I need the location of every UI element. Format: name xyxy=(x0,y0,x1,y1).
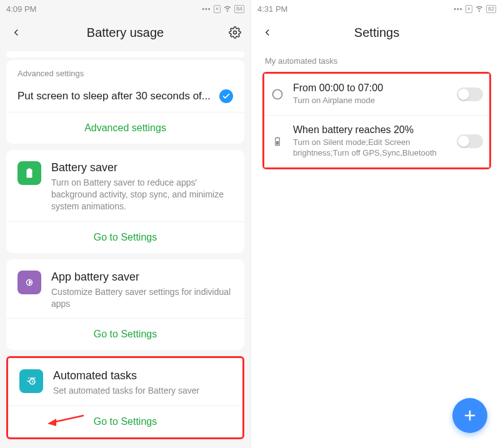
automated-tasks-desc: Set automated tasks for Battery saver xyxy=(53,385,231,397)
advanced-settings-card: Advanced settings Put screen to sleep af… xyxy=(6,60,244,144)
app-battery-saver-link-row: Go to Settings xyxy=(6,318,244,350)
automated-tasks-list: From 00:00 to 07:00 Turn on Airplane mod… xyxy=(262,72,491,169)
advanced-settings-link[interactable]: Advanced settings xyxy=(84,122,166,133)
wifi-icon xyxy=(475,4,484,14)
battery-saver-card: Battery saver Turn on Battery saver to r… xyxy=(6,150,244,253)
battery-indicator: 82 xyxy=(486,5,496,13)
task-toggle[interactable] xyxy=(457,87,483,101)
svg-marker-9 xyxy=(47,419,56,426)
page-title: Settings xyxy=(354,26,399,40)
checkmark-icon xyxy=(219,89,233,103)
task-title: From 00:00 to 07:00 xyxy=(293,82,451,94)
automated-tasks-title: Automated tasks xyxy=(53,369,231,382)
task-row-battery[interactable]: When battery reaches 20% Turn on Silent … xyxy=(264,115,489,167)
sleep-screen-row[interactable]: Put screen to sleep after 30 seconds of.… xyxy=(6,83,244,112)
automated-tasks-icon xyxy=(19,369,43,393)
status-icons: ••• × 82 xyxy=(454,4,496,14)
moon-icon xyxy=(271,87,284,101)
task-desc: Turn on Airplane mode xyxy=(293,95,451,106)
battery-icon xyxy=(271,134,284,148)
sim-icon: × xyxy=(214,5,221,13)
app-battery-saver-desc: Customize Battery saver settings for ind… xyxy=(51,286,233,310)
card-sliver xyxy=(6,51,244,57)
task-title: When battery reaches 20% xyxy=(293,124,451,136)
app-battery-saver-link[interactable]: Go to Settings xyxy=(94,329,157,339)
battery-saver-body: Battery saver Turn on Battery saver to r… xyxy=(6,150,244,221)
task-desc: Turn on Silent mode;Edit Screen brightne… xyxy=(293,137,451,159)
app-battery-saver-body: App battery saver Customize Battery save… xyxy=(6,259,244,319)
status-icons: ••• × 84 xyxy=(202,4,244,14)
task-row-time[interactable]: From 00:00 to 07:00 Turn on Airplane mod… xyxy=(264,74,489,115)
settings-gear-button[interactable] xyxy=(228,26,242,39)
svg-rect-13 xyxy=(276,141,279,144)
navbar-left: Battery usage xyxy=(0,17,251,47)
automated-tasks-link[interactable]: Go to Settings xyxy=(94,416,157,427)
phone-battery-usage: 4:09 PM ••• × 84 Battery usage Advanced … xyxy=(0,0,251,448)
navbar-right: Settings xyxy=(251,17,502,47)
phone-settings: 4:31 PM ••• × 82 Settings My automated t… xyxy=(251,0,502,448)
battery-saver-icon xyxy=(17,161,41,185)
automated-tasks-body: Automated tasks Set automated tasks for … xyxy=(8,358,242,406)
svg-point-10 xyxy=(273,89,282,99)
advanced-settings-header: Advanced settings xyxy=(6,60,244,83)
arrow-annotation-icon xyxy=(47,413,85,431)
svg-line-7 xyxy=(32,382,34,382)
status-bar-right: 4:31 PM ••• × 82 xyxy=(251,0,502,17)
svg-line-8 xyxy=(52,416,84,422)
sleep-screen-label: Put screen to sleep after 30 seconds of.… xyxy=(17,90,214,102)
automated-tasks-link-row: Go to Settings xyxy=(8,406,242,437)
wifi-icon xyxy=(223,4,232,14)
status-time: 4:09 PM xyxy=(6,4,36,14)
battery-saver-link[interactable]: Go to Settings xyxy=(94,232,157,242)
svg-point-0 xyxy=(234,31,237,34)
page-title: Battery usage xyxy=(87,26,164,40)
svg-rect-12 xyxy=(277,137,279,137)
back-button[interactable] xyxy=(9,25,24,40)
battery-indicator: 84 xyxy=(234,5,244,13)
status-time: 4:31 PM xyxy=(257,4,287,14)
automated-tasks-card: Automated tasks Set automated tasks for … xyxy=(6,356,244,439)
add-task-fab[interactable] xyxy=(452,398,487,433)
task-toggle[interactable] xyxy=(457,134,483,148)
status-bar-left: 4:09 PM ••• × 84 xyxy=(0,0,251,17)
app-battery-saver-title: App battery saver xyxy=(51,271,233,284)
app-battery-saver-card: App battery saver Customize Battery save… xyxy=(6,259,244,351)
sim-icon: × xyxy=(466,5,472,13)
app-battery-saver-icon xyxy=(17,271,41,294)
battery-saver-link-row: Go to Settings xyxy=(6,221,244,253)
advanced-settings-link-row: Advanced settings xyxy=(6,112,244,144)
back-button[interactable] xyxy=(260,25,275,40)
battery-saver-title: Battery saver xyxy=(51,161,233,174)
battery-saver-desc: Turn on Battery saver to reduce apps' ba… xyxy=(51,177,233,212)
my-automated-tasks-header: My automated tasks xyxy=(251,47,502,72)
more-icon: ••• xyxy=(202,5,211,12)
more-icon: ••• xyxy=(454,5,463,12)
